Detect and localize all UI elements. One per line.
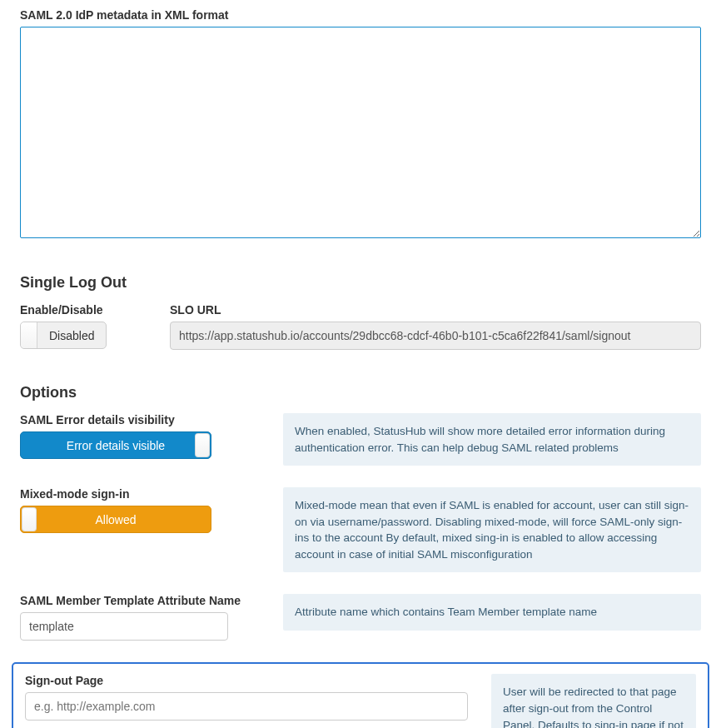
signout-input[interactable] bbox=[25, 692, 468, 721]
signout-section: Sign-out Page User will be redirected to… bbox=[12, 662, 709, 728]
signout-label: Sign-out Page bbox=[25, 674, 468, 687]
mixed-mode-toggle-label: Allowed bbox=[21, 513, 211, 526]
toggle-handle bbox=[195, 433, 210, 457]
saml-metadata-textarea[interactable] bbox=[20, 27, 701, 238]
slo-toggle-label: Disabled bbox=[37, 329, 106, 342]
toggle-handle bbox=[21, 322, 37, 348]
mixed-mode-help: Mixed-mode mean that even if SAML is ena… bbox=[283, 487, 701, 572]
slo-url-input[interactable] bbox=[170, 322, 701, 350]
mixed-mode-toggle[interactable]: Allowed bbox=[20, 506, 211, 533]
slo-url-label: SLO URL bbox=[170, 303, 701, 317]
slo-enable-toggle[interactable]: Disabled bbox=[20, 322, 107, 349]
error-details-toggle-label: Error details visible bbox=[21, 439, 211, 452]
template-attr-input[interactable] bbox=[20, 612, 228, 641]
signout-help: User will be redirected to that page aft… bbox=[491, 674, 696, 728]
error-details-label: SAML Error details visibility bbox=[20, 413, 250, 426]
toggle-handle bbox=[22, 507, 37, 531]
template-attr-help: Attribute name which contains Team Membe… bbox=[283, 594, 701, 631]
mixed-mode-label: Mixed-mode sign-in bbox=[20, 487, 250, 501]
slo-heading: Single Log Out bbox=[20, 274, 701, 292]
error-details-toggle[interactable]: Error details visible bbox=[20, 431, 211, 459]
options-heading: Options bbox=[20, 384, 701, 401]
saml-metadata-label: SAML 2.0 IdP metadata in XML format bbox=[20, 8, 701, 22]
error-details-help: When enabled, StatusHub will show more d… bbox=[283, 413, 701, 466]
slo-enable-label: Enable/Disable bbox=[20, 303, 137, 317]
template-attr-label: SAML Member Template Attribute Name bbox=[20, 594, 250, 607]
